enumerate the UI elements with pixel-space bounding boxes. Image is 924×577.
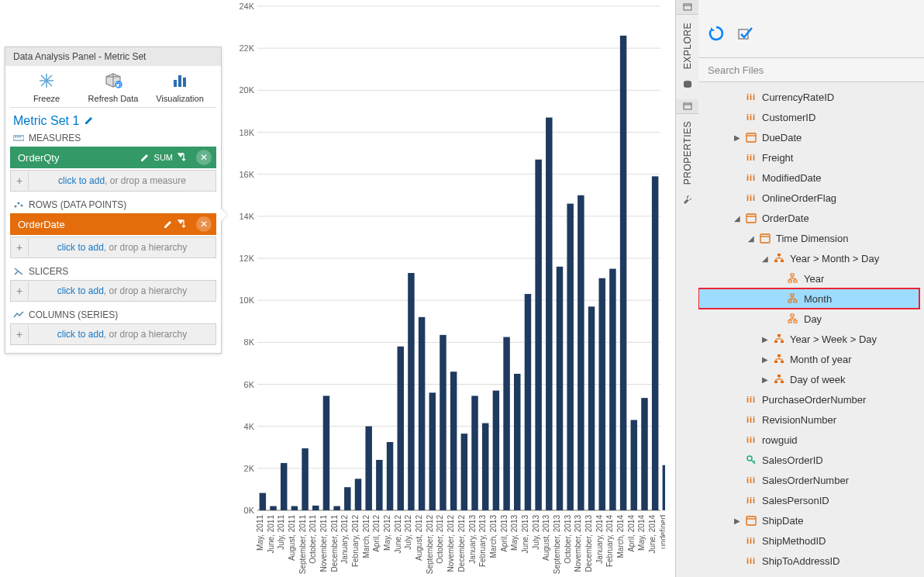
- bar[interactable]: [482, 423, 488, 510]
- tree-node-year[interactable]: Year: [698, 268, 924, 288]
- expand-arrow-icon[interactable]: ▶: [760, 375, 770, 384]
- measure-pill-orderqty[interactable]: OrderQty SUM ✕: [10, 147, 216, 168]
- tree-node-purchaseordernumber[interactable]: iiiPurchaseOrderNumber: [698, 389, 924, 409]
- remove-icon[interactable]: ✕: [196, 150, 212, 165]
- tree-node-status[interactable]: iiiStatus: [698, 571, 924, 577]
- tree-node-salesordernumber[interactable]: iiiSalesOrderNumber: [698, 470, 924, 490]
- bar[interactable]: [598, 278, 605, 510]
- expand-arrow-icon[interactable]: ◢: [746, 234, 756, 243]
- tree-node-shipdate[interactable]: ▶ShipDate: [698, 510, 924, 530]
- bar[interactable]: [588, 306, 595, 510]
- plus-icon[interactable]: +: [11, 238, 29, 257]
- filter-sort-icon[interactable]: [178, 153, 188, 162]
- bar[interactable]: [546, 118, 552, 510]
- expand-arrow-icon[interactable]: ▶: [760, 335, 770, 344]
- plus-icon[interactable]: +: [11, 282, 29, 300]
- svg-text:December, 2011: December, 2011: [330, 515, 339, 572]
- bar[interactable]: [503, 337, 509, 510]
- expand-arrow-icon[interactable]: ◢: [733, 214, 742, 223]
- bar[interactable]: [312, 506, 319, 510]
- bar[interactable]: [631, 420, 637, 510]
- tree-node-salespersonid[interactable]: iiiSalesPersonID: [698, 490, 924, 510]
- checkmark-button[interactable]: [737, 25, 754, 44]
- tree-node-freight[interactable]: iiiFreight: [698, 147, 924, 168]
- bar[interactable]: [333, 506, 340, 510]
- pencil-icon[interactable]: [84, 115, 95, 128]
- tree-node-duedate[interactable]: ▶DueDate: [698, 127, 924, 147]
- drop-row[interactable]: + click to add, or drop a hierarchy: [10, 237, 216, 258]
- bar[interactable]: [387, 442, 393, 510]
- plus-icon[interactable]: +: [11, 325, 29, 344]
- tree-node-time-dimension[interactable]: ◢Time Dimension: [698, 228, 924, 248]
- tree-node-day[interactable]: Day: [698, 309, 924, 329]
- tree-node-day-of-week[interactable]: ▶Day of week: [698, 369, 924, 389]
- bar[interactable]: [419, 317, 425, 510]
- expand-arrow-icon[interactable]: ◢: [760, 254, 770, 263]
- explore-tab[interactable]: EXPLORE: [676, 0, 699, 93]
- tree-node-month-of-year[interactable]: ▶Month of year: [698, 349, 924, 369]
- tree-node-salesorderid[interactable]: SalesOrderID: [698, 450, 924, 470]
- search-files[interactable]: [698, 58, 924, 82]
- bar[interactable]: [440, 335, 446, 510]
- drop-measure[interactable]: + click to add, or drop a measure: [10, 170, 216, 192]
- bar[interactable]: [429, 392, 436, 510]
- bar[interactable]: [663, 465, 665, 510]
- bar[interactable]: [609, 269, 615, 510]
- bar[interactable]: [567, 204, 573, 510]
- bar[interactable]: [493, 391, 499, 510]
- bar[interactable]: [365, 427, 371, 510]
- tree-node-revisionnumber[interactable]: iiiRevisionNumber: [698, 409, 924, 430]
- bar[interactable]: [620, 36, 626, 510]
- pencil-icon[interactable]: [140, 153, 150, 162]
- bar[interactable]: [281, 463, 287, 510]
- bar[interactable]: [408, 273, 414, 510]
- tree-node-onlineorderflag[interactable]: iiiOnlineOrderFlag: [698, 188, 924, 208]
- bar[interactable]: [514, 374, 520, 510]
- bar[interactable]: [260, 493, 266, 510]
- bar[interactable]: [525, 294, 531, 510]
- expand-arrow-icon[interactable]: ▶: [733, 517, 742, 525]
- expand-arrow-icon[interactable]: ▶: [733, 133, 742, 142]
- properties-tab[interactable]: PROPERTIES: [676, 99, 699, 208]
- bar[interactable]: [641, 398, 647, 510]
- bar[interactable]: [270, 506, 276, 510]
- svg-rect-106: [788, 320, 791, 323]
- tree-node-shipmethodid[interactable]: iiiShipMethodID: [698, 530, 924, 551]
- row-pill-orderdate[interactable]: OrderDate ✕: [10, 213, 216, 235]
- expand-arrow-icon[interactable]: ▶: [760, 355, 770, 364]
- bar[interactable]: [557, 267, 563, 510]
- bar[interactable]: [344, 487, 350, 510]
- bar[interactable]: [652, 176, 658, 510]
- tree-node-shiptoaddressid[interactable]: iiiShipToAddressID: [698, 551, 924, 571]
- refresh-button[interactable]: [708, 25, 725, 44]
- bar[interactable]: [578, 195, 584, 510]
- bar[interactable]: [471, 396, 478, 510]
- refresh-data-button[interactable]: Refresh Data: [86, 72, 140, 104]
- plus-icon[interactable]: +: [11, 171, 29, 190]
- freeze-button[interactable]: Freeze: [19, 72, 74, 104]
- drop-column[interactable]: + click to add, or drop a hierarchy: [10, 323, 216, 345]
- bar[interactable]: [397, 347, 403, 510]
- bar[interactable]: [461, 434, 467, 510]
- filter-sort-icon[interactable]: [178, 219, 188, 229]
- remove-icon[interactable]: ✕: [196, 216, 212, 232]
- drop-slicer[interactable]: + click to add, or drop a hierarchy: [10, 280, 216, 302]
- tree-node-year-week-day[interactable]: ▶Year > Week > Day: [698, 329, 924, 349]
- bar[interactable]: [355, 479, 361, 510]
- tree-node-month[interactable]: Month: [698, 288, 919, 309]
- visualization-button[interactable]: Visualization: [153, 72, 207, 104]
- tree-node-currencyrateid[interactable]: iiiCurrencyRateID: [698, 87, 924, 107]
- tree-node-rowguid[interactable]: iiirowguid: [698, 430, 924, 450]
- bar[interactable]: [302, 448, 308, 510]
- bar[interactable]: [535, 160, 541, 510]
- tree-node-modifieddate[interactable]: iiiModifiedDate: [698, 168, 924, 188]
- bar[interactable]: [323, 396, 329, 510]
- bar[interactable]: [450, 371, 457, 510]
- tree-node-year-month-day[interactable]: ◢Year > Month > Day: [698, 248, 924, 268]
- bar[interactable]: [291, 506, 298, 510]
- pencil-icon[interactable]: [164, 219, 173, 229]
- tree-node-customerid[interactable]: iiiCustomerID: [698, 107, 924, 127]
- tree-node-orderdate[interactable]: ◢OrderDate: [698, 208, 924, 228]
- bar[interactable]: [376, 460, 382, 510]
- search-input[interactable]: [706, 64, 916, 77]
